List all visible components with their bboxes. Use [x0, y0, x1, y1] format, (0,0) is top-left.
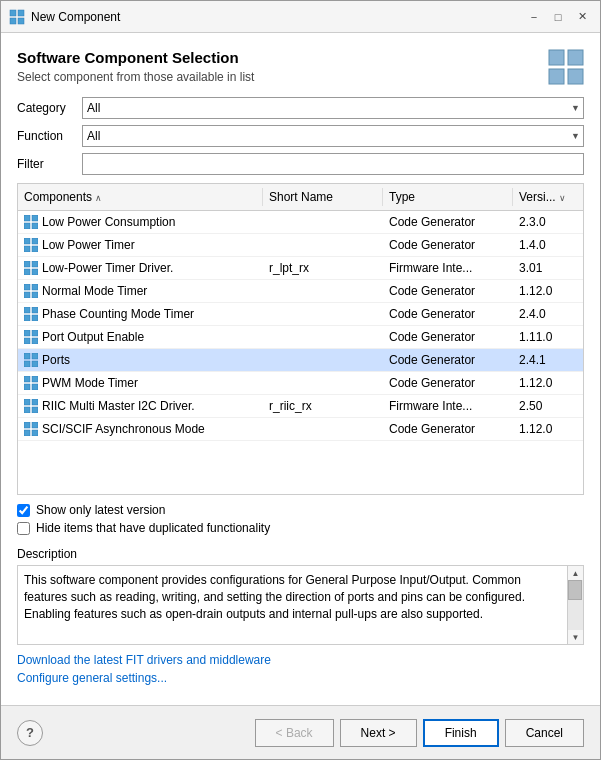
back-button[interactable]: < Back — [255, 719, 334, 747]
next-button[interactable]: Next > — [340, 719, 417, 747]
description-section: Description This software component prov… — [17, 547, 584, 645]
sort-arrow-components: ∧ — [95, 193, 102, 203]
category-select-wrapper: All ▼ — [82, 97, 584, 119]
filter-input[interactable] — [82, 153, 584, 175]
header-section: Software Component Selection Select comp… — [17, 49, 584, 85]
svg-rect-24 — [24, 307, 30, 313]
table-row[interactable]: Ports Code Generator 2.4.1 — [18, 349, 583, 372]
description-box: This software component provides configu… — [17, 565, 584, 645]
svg-rect-26 — [24, 315, 30, 321]
footer: ? < Back Next > Finish Cancel — [1, 705, 600, 759]
svg-rect-12 — [24, 238, 30, 244]
cell-type: Firmware Inte... — [383, 259, 513, 277]
svg-rect-22 — [24, 292, 30, 298]
svg-rect-1 — [18, 10, 24, 16]
scroll-track — [568, 580, 583, 630]
header-icon — [548, 49, 584, 85]
cell-name: RIIC Multi Master I2C Driver. — [18, 397, 263, 415]
svg-rect-13 — [32, 238, 38, 244]
table-row[interactable]: Low Power Timer Code Generator 1.4.0 — [18, 234, 583, 257]
sort-arrow-version: ∨ — [559, 193, 566, 203]
minimize-button[interactable]: − — [524, 7, 544, 27]
cell-type: Code Generator — [383, 351, 513, 369]
svg-rect-30 — [24, 338, 30, 344]
table-row[interactable]: Low Power Consumption Code Generator 2.3… — [18, 211, 583, 234]
function-label: Function — [17, 129, 82, 143]
download-link[interactable]: Download the latest FIT drivers and midd… — [17, 653, 584, 667]
cell-name: Phase Counting Mode Timer — [18, 305, 263, 323]
scroll-thumb[interactable] — [568, 580, 582, 600]
footer-left: ? — [17, 720, 43, 746]
table-row[interactable]: Low-Power Timer Driver. r_lpt_rx Firmwar… — [18, 257, 583, 280]
function-select-wrapper: All ▼ — [82, 125, 584, 147]
cell-version: 1.12.0 — [513, 374, 583, 392]
table-row[interactable]: SCI/SCIF Asynchronous Mode Code Generato… — [18, 418, 583, 441]
cell-name: Low Power Consumption — [18, 213, 263, 231]
svg-rect-4 — [549, 50, 564, 65]
header-text: Software Component Selection Select comp… — [17, 49, 254, 84]
function-select[interactable]: All — [82, 125, 584, 147]
cell-shortname — [263, 420, 383, 438]
svg-rect-20 — [24, 284, 30, 290]
svg-rect-37 — [32, 376, 38, 382]
table-row[interactable]: Phase Counting Mode Timer Code Generator… — [18, 303, 583, 326]
main-content: Software Component Selection Select comp… — [1, 33, 600, 705]
table-row[interactable]: PWM Mode Timer Code Generator 1.12.0 — [18, 372, 583, 395]
svg-rect-46 — [24, 430, 30, 436]
svg-rect-15 — [32, 246, 38, 252]
scroll-up-arrow[interactable]: ▲ — [569, 566, 583, 580]
svg-rect-16 — [24, 261, 30, 267]
svg-rect-5 — [568, 50, 583, 65]
svg-rect-47 — [32, 430, 38, 436]
cell-shortname — [263, 213, 383, 231]
maximize-button[interactable]: □ — [548, 7, 568, 27]
cancel-button[interactable]: Cancel — [505, 719, 584, 747]
svg-rect-35 — [32, 361, 38, 367]
cell-version: 1.11.0 — [513, 328, 583, 346]
table-row[interactable]: Normal Mode Timer Code Generator 1.12.0 — [18, 280, 583, 303]
description-text: This software component provides configu… — [18, 566, 567, 644]
svg-rect-39 — [32, 384, 38, 390]
cell-name: Port Output Enable — [18, 328, 263, 346]
svg-rect-32 — [24, 353, 30, 359]
svg-rect-25 — [32, 307, 38, 313]
svg-rect-29 — [32, 330, 38, 336]
checkboxes-section: Show only latest version Hide items that… — [17, 503, 584, 539]
scroll-down-arrow[interactable]: ▼ — [569, 630, 583, 644]
svg-rect-34 — [24, 361, 30, 367]
show-latest-checkbox[interactable] — [17, 504, 30, 517]
hide-duplicated-row: Hide items that have duplicated function… — [17, 521, 584, 535]
cell-version: 2.3.0 — [513, 213, 583, 231]
cell-type: Code Generator — [383, 213, 513, 231]
cell-shortname: r_riic_rx — [263, 397, 383, 415]
svg-rect-21 — [32, 284, 38, 290]
table-row[interactable]: RIIC Multi Master I2C Driver. r_riic_rx … — [18, 395, 583, 418]
cell-shortname — [263, 328, 383, 346]
cell-shortname — [263, 236, 383, 254]
svg-rect-10 — [24, 223, 30, 229]
cell-version: 2.4.1 — [513, 351, 583, 369]
configure-link[interactable]: Configure general settings... — [17, 671, 584, 685]
cell-version: 1.4.0 — [513, 236, 583, 254]
hide-duplicated-label: Hide items that have duplicated function… — [36, 521, 270, 535]
help-button[interactable]: ? — [17, 720, 43, 746]
components-table: Components ∧ Short Name Type Versi... ∨ — [17, 183, 584, 495]
svg-rect-0 — [10, 10, 16, 16]
finish-button[interactable]: Finish — [423, 719, 499, 747]
close-button[interactable]: ✕ — [572, 7, 592, 27]
cell-shortname — [263, 305, 383, 323]
svg-rect-6 — [549, 69, 564, 84]
svg-rect-27 — [32, 315, 38, 321]
window-title: New Component — [31, 10, 524, 24]
svg-rect-33 — [32, 353, 38, 359]
cell-version: 2.4.0 — [513, 305, 583, 323]
cell-type: Code Generator — [383, 305, 513, 323]
cell-type: Code Generator — [383, 374, 513, 392]
hide-duplicated-checkbox[interactable] — [17, 522, 30, 535]
table-row[interactable]: Port Output Enable Code Generator 1.11.0 — [18, 326, 583, 349]
category-label: Category — [17, 101, 82, 115]
category-select[interactable]: All — [82, 97, 584, 119]
svg-rect-45 — [32, 422, 38, 428]
col-type: Type — [383, 188, 513, 206]
show-latest-label: Show only latest version — [36, 503, 165, 517]
